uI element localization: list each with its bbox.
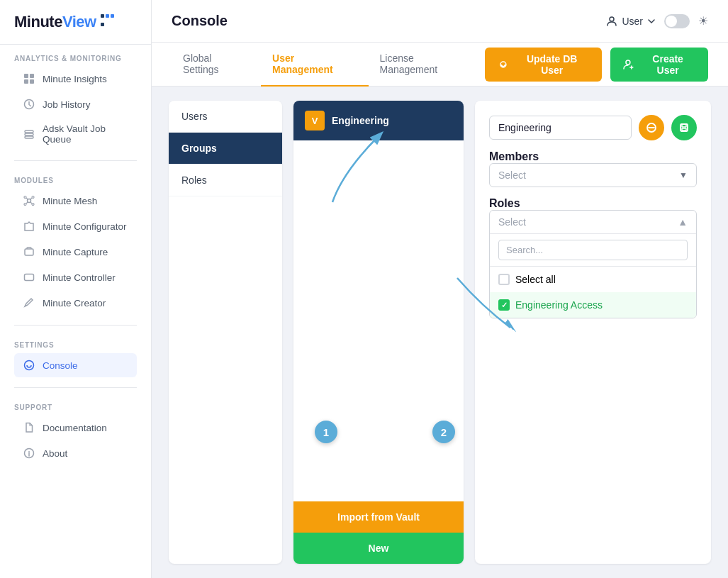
sidebar-item-label: About bbox=[43, 448, 67, 459]
sidebar-item-label: Minute Capture bbox=[43, 247, 108, 257]
save-button[interactable] bbox=[671, 115, 697, 140]
group-name-label: Engineering bbox=[332, 115, 389, 126]
svg-point-17 bbox=[610, 17, 614, 21]
logo-text: MinuteView bbox=[14, 13, 96, 31]
divider-1 bbox=[14, 160, 137, 161]
chevron-down-icon bbox=[647, 17, 656, 26]
members-select[interactable]: Select ▼ bbox=[489, 163, 697, 187]
support-section: SUPPORT Documentation About bbox=[0, 394, 151, 469]
members-placeholder: Select bbox=[498, 169, 526, 181]
sidebar-item-job-history[interactable]: Job History bbox=[14, 92, 137, 116]
group-name-row bbox=[489, 115, 697, 140]
tab-license-management[interactable]: License Management bbox=[369, 43, 486, 87]
top-actions: Update DB User Create User bbox=[485, 48, 708, 82]
center-panel: V Engineering Import from Vault New 1 bbox=[293, 101, 464, 564]
chevron-down-icon: ▼ bbox=[679, 170, 688, 180]
sidebar-item-documentation[interactable]: Documentation bbox=[14, 416, 137, 440]
svg-rect-1 bbox=[30, 74, 34, 78]
sidebar-item-about[interactable]: About bbox=[14, 441, 137, 465]
search-box bbox=[490, 234, 696, 267]
sidebar-item-label: Console bbox=[43, 360, 78, 371]
configurator-icon bbox=[23, 220, 35, 233]
sidebar-item-label: Adsk Vault Job Queue bbox=[43, 123, 128, 145]
engineering-access-checkbox[interactable] bbox=[498, 299, 510, 311]
sidebar-item-minute-insights[interactable]: Minute Insights bbox=[14, 67, 137, 91]
sidebar-item-minute-creator[interactable]: Minute Creator bbox=[14, 291, 137, 315]
doc-icon bbox=[23, 421, 35, 434]
tab-global-settings[interactable]: Global Settings bbox=[172, 43, 261, 87]
delete-button[interactable] bbox=[639, 115, 664, 140]
svg-rect-3 bbox=[30, 79, 34, 84]
controller-icon bbox=[23, 271, 35, 284]
ban-icon bbox=[646, 123, 656, 133]
console-icon bbox=[23, 359, 35, 372]
annotation-1: 1 bbox=[315, 421, 337, 443]
svg-rect-14 bbox=[25, 274, 34, 281]
modules-section: MODULES Minute Mesh Minute Configurator … bbox=[0, 167, 151, 319]
group-name-input[interactable] bbox=[489, 116, 632, 140]
tab-user-management[interactable]: User Management bbox=[261, 43, 368, 87]
create-user-button[interactable]: Create User bbox=[610, 48, 708, 82]
mesh-icon bbox=[23, 194, 35, 207]
sidebar-item-label: Documentation bbox=[43, 423, 107, 433]
select-all-label: Select all bbox=[515, 274, 556, 285]
capture-icon bbox=[23, 245, 35, 258]
sidebar-item-adsk-vault[interactable]: Adsk Vault Job Queue bbox=[14, 118, 137, 150]
toggle-knob bbox=[666, 16, 677, 27]
sidebar-item-label: Minute Creator bbox=[43, 298, 106, 309]
group-engineering-item[interactable]: V Engineering bbox=[293, 101, 464, 140]
support-label: SUPPORT bbox=[14, 404, 137, 411]
roles-search-input[interactable] bbox=[498, 240, 688, 260]
select-all-item[interactable]: Select all bbox=[490, 267, 696, 292]
clock-icon bbox=[23, 98, 35, 111]
right-panel: Members Select ▼ Roles Select ▲ bbox=[475, 101, 711, 564]
svg-point-12 bbox=[32, 204, 34, 206]
sidebar-item-label: Minute Controller bbox=[43, 272, 116, 283]
sidebar-item-minute-configurator[interactable]: Minute Configurator bbox=[14, 214, 137, 238]
left-panel: Users Groups Roles bbox=[169, 101, 282, 564]
sidebar-item-minute-controller[interactable]: Minute Controller bbox=[14, 265, 137, 289]
roles-dropdown: Select ▲ Select all Engineering Access bbox=[489, 210, 697, 318]
members-section: Members Select ▼ bbox=[489, 150, 697, 187]
creator-icon bbox=[23, 296, 35, 309]
analytics-section: ANALYTICS & MONITORING Minute Insights J… bbox=[0, 45, 151, 155]
update-db-user-button[interactable]: Update DB User bbox=[485, 48, 602, 82]
left-panel-groups[interactable]: Groups bbox=[169, 133, 282, 165]
new-button[interactable]: New bbox=[293, 533, 464, 564]
theme-toggle[interactable] bbox=[664, 14, 690, 28]
database-icon bbox=[23, 128, 35, 140]
sidebar-item-minute-capture[interactable]: Minute Capture bbox=[14, 240, 137, 264]
svg-rect-6 bbox=[25, 133, 33, 135]
content-area: Users Groups Roles V Engineering Import … bbox=[152, 87, 728, 578]
group-badge: V bbox=[305, 111, 325, 130]
annotation-2: 2 bbox=[432, 421, 455, 443]
roles-placeholder: Select bbox=[498, 216, 526, 228]
user-label: User bbox=[622, 16, 643, 27]
tabs: Global Settings User Management License … bbox=[172, 43, 485, 86]
settings-label: SETTINGS bbox=[14, 341, 137, 349]
divider-3 bbox=[14, 387, 137, 388]
engineering-access-label: Engineering Access bbox=[515, 299, 603, 311]
roles-select-header[interactable]: Select ▲ bbox=[490, 211, 696, 234]
svg-rect-24 bbox=[682, 128, 686, 130]
chevron-up-icon: ▲ bbox=[678, 216, 688, 228]
grid-icon bbox=[23, 72, 35, 85]
members-label: Members bbox=[489, 150, 697, 163]
sidebar-item-label: Job History bbox=[43, 99, 91, 110]
import-from-vault-button[interactable]: Import from Vault bbox=[293, 501, 464, 533]
svg-rect-5 bbox=[25, 130, 33, 133]
svg-point-15 bbox=[25, 361, 34, 370]
sidebar-item-minute-mesh[interactable]: Minute Mesh bbox=[14, 189, 137, 213]
sidebar-item-console[interactable]: Console bbox=[14, 353, 137, 377]
save-icon bbox=[679, 123, 689, 133]
user-menu[interactable]: User bbox=[606, 16, 656, 27]
left-panel-users[interactable]: Users bbox=[169, 101, 282, 133]
left-panel-roles[interactable]: Roles bbox=[169, 165, 282, 196]
page-title: Console bbox=[172, 13, 228, 29]
logo-area: MinuteView bbox=[0, 0, 151, 45]
sidebar-item-label: Minute Insights bbox=[43, 74, 107, 84]
user-icon bbox=[606, 16, 617, 27]
select-all-checkbox[interactable] bbox=[498, 274, 510, 285]
divider-2 bbox=[14, 325, 137, 326]
engineering-access-item[interactable]: Engineering Access bbox=[490, 292, 696, 318]
